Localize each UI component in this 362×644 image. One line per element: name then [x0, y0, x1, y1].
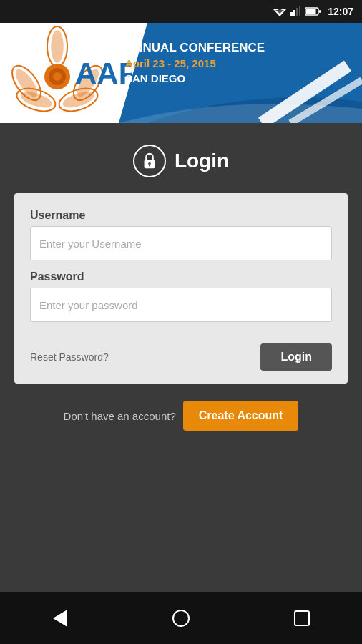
header-banner: AAP ANNUAL CONFERENCE April 23 - 25, 201… [0, 23, 362, 123]
wifi-icon [273, 6, 286, 16]
password-label: Password [30, 270, 332, 283]
overview-button[interactable] [288, 604, 316, 633]
bottom-row: Don't have an account? Create Account [64, 401, 299, 431]
time-display: 12:07 [328, 6, 353, 17]
conference-title: ANNUAL CONFERENCE [125, 40, 265, 56]
login-header: Login [133, 145, 229, 177]
no-account-text: Don't have an account? [64, 410, 176, 422]
svg-rect-9 [319, 10, 321, 13]
aap-logo-flower: AAP [0, 23, 132, 123]
svg-point-13 [52, 31, 63, 62]
home-button[interactable] [167, 604, 195, 633]
login-title: Login [175, 150, 229, 172]
username-input[interactable] [30, 226, 332, 260]
battery-icon [305, 7, 321, 16]
login-button[interactable]: Login [260, 343, 332, 371]
nav-bar [0, 592, 362, 644]
svg-rect-31 [149, 164, 150, 167]
signal-icon [290, 6, 300, 16]
svg-rect-8 [306, 9, 316, 14]
password-input[interactable] [30, 288, 332, 322]
lock-icon [141, 152, 158, 170]
svg-rect-6 [299, 6, 300, 16]
conference-dates: April 23 - 25, 2015 [125, 56, 265, 71]
status-bar: 12:07 [0, 0, 362, 23]
conference-location: SAN DIEGO [125, 71, 265, 86]
password-field-group: Password [30, 270, 332, 332]
svg-rect-4 [293, 10, 295, 16]
login-card: Username Password Reset Password? Login [14, 193, 348, 384]
card-actions: Reset Password? Login [30, 343, 332, 371]
svg-rect-3 [290, 12, 293, 16]
back-button[interactable] [46, 604, 74, 633]
username-field-group: Username [30, 209, 332, 270]
svg-rect-5 [296, 8, 298, 16]
username-label: Username [30, 209, 332, 222]
conference-info: ANNUAL CONFERENCE April 23 - 25, 2015 SA… [125, 40, 265, 86]
reset-password-button[interactable]: Reset Password? [30, 351, 109, 363]
create-account-button[interactable]: Create Account [183, 401, 299, 431]
svg-point-23 [53, 72, 62, 81]
main-content: Login Username Password Reset Password? … [0, 123, 362, 445]
lock-icon-container [133, 145, 166, 177]
